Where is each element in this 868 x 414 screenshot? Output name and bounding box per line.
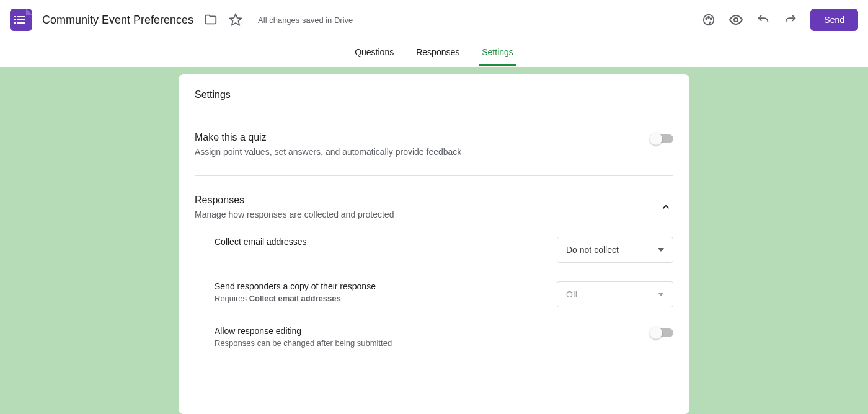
quiz-toggle[interactable] (651, 134, 673, 143)
header-bar: Community Event Preferences All changes … (0, 0, 868, 40)
send-copy-row: Send responders a copy of their response… (215, 281, 673, 307)
allow-edit-row: Allow response editing Responses can be … (215, 326, 673, 348)
quiz-sub: Assign point values, set answers, and au… (195, 147, 651, 157)
preview-icon[interactable] (728, 12, 743, 27)
allow-edit-help: Responses can be changed after being sub… (215, 338, 392, 348)
send-copy-dropdown: Off (557, 281, 673, 307)
chevron-up-icon[interactable] (658, 200, 673, 214)
customize-theme-icon[interactable] (701, 12, 716, 27)
send-copy-label: Send responders a copy of their response (215, 281, 376, 291)
settings-title: Settings (195, 89, 673, 113)
svg-point-2 (706, 18, 707, 19)
collect-email-value: Do not collect (566, 245, 619, 255)
send-copy-help: Requires Collect email addresses (215, 294, 376, 303)
responses-sub: Manage how responses are collected and p… (195, 209, 658, 219)
allow-edit-label: Allow response editing (215, 326, 392, 336)
allow-edit-toggle[interactable] (651, 328, 673, 337)
tab-responses[interactable]: Responses (414, 40, 462, 66)
header-title-icons (203, 12, 243, 27)
responses-sub-settings: Collect email addresses Do not collect S… (195, 219, 673, 348)
canvas-background: Settings Make this a quiz Assign point v… (0, 67, 868, 414)
send-copy-value: Off (566, 289, 577, 299)
svg-marker-0 (230, 14, 241, 25)
forms-app-icon[interactable] (10, 9, 32, 31)
form-title[interactable]: Community Event Preferences (42, 14, 193, 27)
dropdown-caret-icon (658, 293, 664, 296)
svg-point-5 (734, 18, 738, 22)
settings-card: Settings Make this a quiz Assign point v… (179, 74, 689, 414)
collect-email-row: Collect email addresses Do not collect (215, 237, 673, 263)
send-button[interactable]: Send (810, 9, 858, 31)
responses-section: Responses Manage how responses are colle… (195, 176, 673, 366)
star-icon[interactable] (228, 12, 243, 27)
quiz-section: Make this a quiz Assign point values, se… (195, 113, 673, 176)
header-right-toolbar: Send (701, 9, 858, 31)
collect-email-dropdown[interactable]: Do not collect (557, 237, 673, 263)
quiz-heading: Make this a quiz (195, 132, 651, 143)
undo-icon[interactable] (756, 12, 771, 27)
move-to-folder-icon[interactable] (203, 12, 218, 27)
tab-questions[interactable]: Questions (352, 40, 396, 66)
forms-icon-lines (17, 16, 25, 24)
dropdown-caret-icon (658, 248, 664, 252)
save-status: All changes saved in Drive (258, 15, 353, 25)
responses-heading: Responses (195, 195, 658, 206)
tabs-bar: Questions Responses Settings (0, 40, 868, 67)
collect-email-label: Collect email addresses (215, 237, 307, 247)
svg-point-3 (708, 17, 709, 18)
redo-icon[interactable] (783, 12, 798, 27)
svg-point-4 (711, 18, 712, 19)
tab-settings[interactable]: Settings (479, 40, 516, 66)
